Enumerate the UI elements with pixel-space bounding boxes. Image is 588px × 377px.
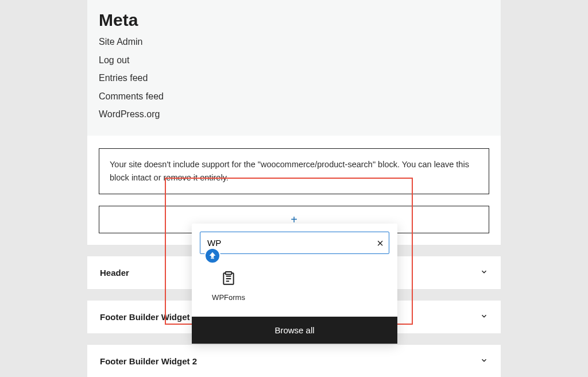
meta-link-log-out[interactable]: Log out: [99, 53, 489, 68]
wpforms-icon: [221, 271, 236, 286]
browse-all-button[interactable]: Browse all: [192, 317, 397, 344]
meta-link-site-admin[interactable]: Site Admin: [99, 34, 489, 49]
meta-widget-block: Meta Site Admin Log out Entries feed Com…: [87, 0, 501, 136]
chevron-down-icon: [480, 268, 488, 278]
widget-area-label: Footer Builder Widget 1: [100, 312, 197, 322]
block-search-wrapper: ×: [192, 224, 397, 262]
chevron-down-icon: [480, 356, 488, 366]
meta-link-comments-feed[interactable]: Comments feed: [99, 89, 489, 104]
widget-area-panel: Meta Site Admin Log out Entries feed Com…: [87, 0, 501, 245]
block-inserter-popover: × WPForms Browse all: [192, 224, 397, 344]
shift-indicator-badge: [204, 248, 220, 264]
widget-area-footer-2[interactable]: Footer Builder Widget 2: [87, 345, 501, 377]
close-icon: ×: [377, 237, 384, 249]
block-result-label: WPForms: [212, 293, 245, 302]
widget-area-label: Footer Builder Widget 2: [100, 356, 197, 366]
meta-link-entries-feed[interactable]: Entries feed: [99, 71, 489, 86]
meta-widget-title: Meta: [99, 10, 489, 30]
block-result-wpforms[interactable]: WPForms: [200, 267, 257, 306]
block-results-grid: WPForms: [192, 262, 397, 317]
chevron-down-icon: [480, 312, 488, 322]
upload-arrow-icon: [208, 252, 216, 260]
block-search-input[interactable]: [200, 232, 389, 254]
clear-search-button[interactable]: ×: [377, 237, 384, 249]
widget-area-label: Header: [100, 268, 129, 278]
unsupported-block-warning: Your site doesn't include support for th…: [99, 148, 489, 194]
meta-link-wordpress-org[interactable]: WordPress.org: [99, 107, 489, 122]
svg-rect-5: [226, 272, 232, 274]
